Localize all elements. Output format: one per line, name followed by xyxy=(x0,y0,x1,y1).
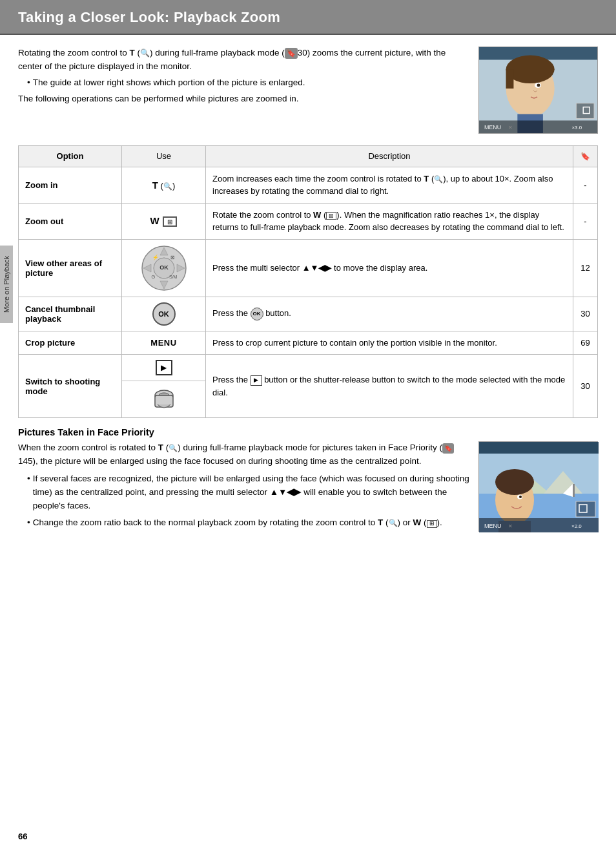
option-crop: Crop picture xyxy=(19,331,122,355)
table-header-option: Option xyxy=(19,146,122,167)
option-switch-shoot: Switch to shooting mode xyxy=(19,355,122,418)
option-cancel-thumbnail: Cancel thumbnail playback xyxy=(19,297,122,331)
svg-text:⚡: ⚡ xyxy=(152,254,159,260)
svg-rect-25 xyxy=(479,442,599,454)
table-row-zoom-in: Zoom in T (🔍) Zoom increases each time t… xyxy=(19,167,598,203)
face-bullet1: If several faces are recognized, the pic… xyxy=(27,472,469,513)
desc-crop: Press to crop current picture to contain… xyxy=(206,331,573,355)
operations-table: Option Use Description 🔖 Zoom in T (🔍) xyxy=(18,145,598,418)
page-wrapper: More on Playback Taking a Closer Look: P… xyxy=(0,0,616,849)
intro-paragraph2: The following operations can be performe… xyxy=(18,92,467,106)
svg-text:⊙: ⊙ xyxy=(151,274,156,280)
svg-text:S/M: S/M xyxy=(169,275,178,279)
ref-zoom-out: - xyxy=(573,203,598,239)
intro-bullet1: The guide at lower right shows which por… xyxy=(27,76,467,90)
option-zoom-out: Zoom out xyxy=(19,203,122,239)
svg-rect-29 xyxy=(573,484,575,497)
option-zoom-in: Zoom in xyxy=(19,167,122,203)
table-header-ref: 🔖 xyxy=(573,146,598,167)
use-view-areas: OK ⚡ ⊠ ⊙ S/M xyxy=(122,239,206,297)
face-paragraph1: When the zoom control is rotated to T (🔍… xyxy=(18,441,469,468)
ok-button-icon: OK xyxy=(152,302,176,326)
face-priority-section: Pictures Taken in Face Priority When the… xyxy=(18,427,598,533)
ref-crop: 69 xyxy=(573,331,598,355)
svg-text:⊠: ⊠ xyxy=(170,255,175,260)
use-switch-shutter xyxy=(122,381,206,418)
svg-point-32 xyxy=(495,469,534,495)
svg-point-34 xyxy=(519,496,522,498)
use-zoom-out: W ⊞ xyxy=(122,203,206,239)
page-title: Taking a Closer Look: Playback Zoom xyxy=(18,9,598,26)
face-priority-title: Pictures Taken in Face Priority xyxy=(18,427,598,437)
desc-cancel-thumbnail: Press the OK button. xyxy=(206,297,573,331)
page-header: Taking a Closer Look: Playback Zoom xyxy=(0,0,616,35)
ref-view-areas: 12 xyxy=(573,239,598,297)
play-button-icon: ▶ xyxy=(156,360,172,375)
page-footer: 66 xyxy=(0,826,616,849)
shutter-icon xyxy=(151,386,177,412)
desc-switch-shoot: Press the ▶ button or the shutter-releas… xyxy=(206,355,573,418)
intro-paragraph1: Rotating the zoom control to T (🔍) durin… xyxy=(18,47,467,74)
svg-text:MENU: MENU xyxy=(484,124,501,131)
sidebar-tab: More on Playback xyxy=(0,246,13,323)
camera-image: MENU ✕ ×3.0 xyxy=(478,47,598,134)
table-row-zoom-out: Zoom out W ⊞ Rotate the zoom control to … xyxy=(19,203,598,239)
ref-cancel-thumbnail: 30 xyxy=(573,297,598,331)
face-image: MENU ✕ ×2.0 xyxy=(478,441,598,532)
face-bullet2: Change the zoom ratio back to the normal… xyxy=(27,516,469,530)
table-header-use: Use xyxy=(122,146,206,167)
page-number: 66 xyxy=(18,832,27,841)
use-cancel-thumbnail: OK xyxy=(122,297,206,331)
main-content: Rotating the zoom control to T (🔍) durin… xyxy=(0,35,616,826)
desc-view-areas: Press the multi selector ▲▼◀▶ to move th… xyxy=(206,239,573,297)
intro-text: Rotating the zoom control to T (🔍) durin… xyxy=(18,47,478,109)
svg-text:✕: ✕ xyxy=(508,523,513,529)
ref-zoom-in: - xyxy=(573,167,598,203)
desc-zoom-in: Zoom increases each time the zoom contro… xyxy=(206,167,573,203)
face-text: When the zoom control is rotated to T (🔍… xyxy=(18,441,469,533)
table-row-crop: Crop picture MENU Press to crop current … xyxy=(19,331,598,355)
svg-rect-12 xyxy=(576,103,594,119)
intro-section: Rotating the zoom control to T (🔍) durin… xyxy=(18,47,598,134)
svg-rect-4 xyxy=(506,69,514,89)
use-zoom-in: T (🔍) xyxy=(122,167,206,203)
svg-point-6 xyxy=(537,84,540,87)
table-header-desc: Description xyxy=(206,146,573,167)
use-switch-play: ▶ xyxy=(122,355,206,381)
use-crop: MENU xyxy=(122,331,206,355)
sidebar-label: More on Playback xyxy=(3,256,10,313)
svg-text:MENU: MENU xyxy=(484,523,502,529)
table-row-switch-shoot-1: Switch to shooting mode ▶ Press the ▶ bu… xyxy=(19,355,598,381)
table-row-cancel-thumbnail: Cancel thumbnail playback OK Press the O… xyxy=(19,297,598,331)
svg-text:OK: OK xyxy=(159,264,169,271)
svg-text:×3.0: ×3.0 xyxy=(571,125,582,131)
svg-text:×2.0: ×2.0 xyxy=(571,523,582,529)
ref-switch-shoot: 30 xyxy=(573,355,598,418)
desc-zoom-out: Rotate the zoom control to W (⊞). When t… xyxy=(206,203,573,239)
face-content: When the zoom control is rotated to T (🔍… xyxy=(18,441,598,533)
multi-selector-icon: OK ⚡ ⊠ ⊙ S/M xyxy=(128,245,199,291)
option-view-areas: View other areas of picture xyxy=(19,239,122,297)
svg-text:✕: ✕ xyxy=(508,125,513,131)
camera-svg: MENU ✕ ×3.0 xyxy=(479,47,597,134)
table-row-view-areas: View other areas of picture xyxy=(19,239,598,297)
